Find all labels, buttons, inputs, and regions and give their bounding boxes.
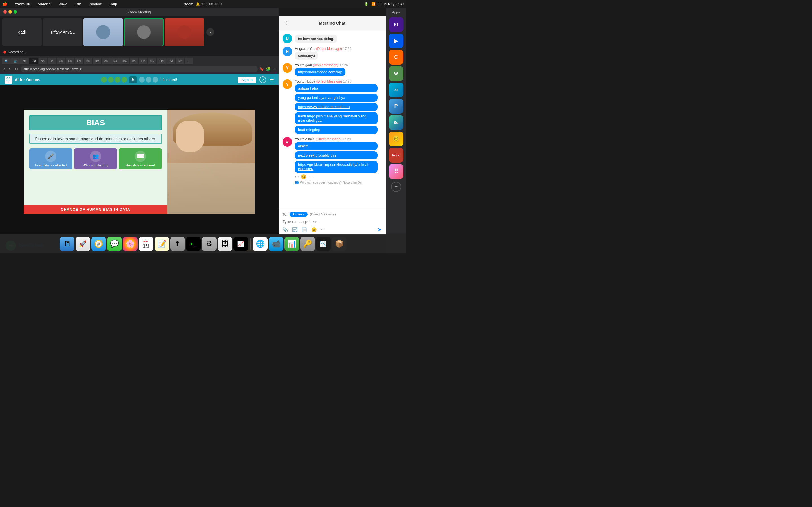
gif-icon[interactable]: 🔄 (292, 227, 298, 232)
browser-tab-pm[interactable]: PM (166, 58, 175, 64)
dock-zoom[interactable]: 📹 (269, 237, 283, 251)
add-icon: + (395, 184, 398, 190)
app-name[interactable]: zoom.us (13, 1, 32, 7)
dock-settings[interactable]: ⚙ (202, 237, 216, 251)
chat-to-row: To: Aimee ▾ (Direct Message) (283, 212, 382, 217)
bookmark-icon[interactable]: 🔖 (259, 67, 264, 71)
emoji-icon[interactable]: 😊 (311, 227, 317, 232)
app-emoji[interactable]: 😊 (389, 131, 403, 146)
send-btn[interactable]: ➤ (377, 226, 382, 233)
browser-tab-1[interactable]: 🌊 (2, 58, 11, 64)
dock-launchpad[interactable]: 🚀 (75, 237, 90, 251)
keychain-icon: 🔑 (303, 239, 312, 248)
chat-collapse-btn[interactable]: 〈 (283, 20, 288, 26)
browser-tab-2[interactable]: 📺 (11, 58, 20, 64)
dock-activity[interactable]: 📉 (316, 237, 331, 251)
react-more[interactable]: ··· (309, 174, 312, 179)
app-arrow[interactable]: ▶ (389, 34, 403, 48)
dock-migration[interactable]: ⬆ (170, 237, 185, 251)
link-hourof[interactable]: https://hourofcode.com/flap (298, 70, 342, 74)
browser-tab-no2[interactable]: No (111, 58, 119, 64)
apps-label: Apps (392, 11, 400, 14)
dock-numbers[interactable]: 📊 (285, 237, 299, 251)
dock-preview[interactable]: 🖼 (218, 237, 232, 251)
browser-tab-htt[interactable]: htt (20, 58, 29, 64)
react-emoji[interactable]: 😊 (301, 174, 306, 179)
browser-tab-da[interactable]: Da (48, 58, 56, 64)
attach-icon[interactable]: 📎 (283, 227, 288, 232)
browser-tab-un[interactable]: UN (148, 58, 156, 64)
file-icon[interactable]: 📄 (302, 227, 307, 232)
close-window-btn[interactable] (3, 10, 7, 13)
browser-tab-sto[interactable]: Sto (29, 58, 38, 64)
menu-meeting[interactable]: Meeting (36, 1, 52, 7)
react-reply[interactable]: ↩ (295, 174, 299, 179)
chat-input[interactable] (283, 219, 382, 224)
to-recipient-badge[interactable]: Aimee ▾ (290, 212, 308, 217)
address-bar[interactable]: studio.code.org/s/oceans/lessons/1/level… (21, 66, 258, 72)
browser-tab-fin[interactable]: Fin (139, 58, 147, 64)
dock-messages[interactable]: 💬 (107, 237, 122, 251)
app-kahoot[interactable]: K! (389, 17, 403, 32)
migration-icon: ⬆ (174, 239, 181, 248)
app-orange[interactable]: C (389, 50, 403, 64)
menu-view[interactable]: View (57, 1, 68, 7)
sign-in-btn[interactable]: Sign in (238, 76, 256, 83)
browser-tab-for[interactable]: For (75, 58, 84, 64)
browser-tab-bd[interactable]: BD (84, 58, 93, 64)
menu-window[interactable]: Window (87, 1, 103, 7)
app-prezi[interactable]: P (389, 99, 403, 114)
app-dots[interactable]: ⠿ (389, 164, 403, 179)
video-scroll-btn[interactable]: › (206, 28, 214, 36)
app-ai[interactable]: AI (389, 82, 403, 97)
dock-extra[interactable]: 📦 (332, 237, 347, 251)
dock-stocks[interactable]: 📈 (234, 237, 248, 251)
browser-tab-go2[interactable]: Go (66, 58, 74, 64)
video-tile-gadi[interactable]: gadi (2, 18, 42, 46)
dock-finder[interactable]: 🖥 (60, 237, 74, 251)
browser-tab-as[interactable]: As (102, 58, 110, 64)
more-icon[interactable]: ⋯ (272, 67, 276, 71)
apps-add-btn[interactable]: + (391, 182, 401, 192)
dock-chrome[interactable]: 🌐 (253, 237, 267, 251)
to-5: to Aimee (302, 137, 316, 141)
extensions-icon[interactable]: 🧩 (266, 67, 271, 71)
menubar-user: 🔔 Maghrib -0:10 (196, 2, 221, 6)
browser-tab-fre[interactable]: Fre (157, 58, 166, 64)
menu-btn[interactable]: ☰ (269, 76, 274, 83)
numbers-icon: 📊 (287, 239, 296, 248)
browser-tab-str[interactable]: Str (175, 58, 184, 64)
menu-help[interactable]: Help (108, 1, 119, 7)
menu-edit[interactable]: Edit (73, 1, 82, 7)
dock-photos[interactable]: 🌸 (123, 237, 138, 251)
video-tile-4[interactable] (124, 18, 163, 46)
video-tile-5[interactable] (165, 18, 204, 46)
browser-tab-ibc[interactable]: IBC (120, 58, 130, 64)
minimize-window-btn[interactable] (8, 10, 12, 13)
help-btn[interactable]: ? (259, 76, 266, 83)
msg-header-5: You to Aimee (Direct Message) 17.29 (295, 137, 382, 141)
dock-keychain[interactable]: 🔑 (300, 237, 315, 251)
browser-tab-uts[interactable]: uts (93, 58, 101, 64)
app-wordle[interactable]: W (389, 66, 403, 81)
dock-safari[interactable]: 🧭 (91, 237, 106, 251)
browser-tab-no[interactable]: No (39, 58, 47, 64)
back-btn[interactable]: ‹ (2, 66, 6, 72)
dock-notes[interactable]: 📝 (154, 237, 169, 251)
maximize-window-btn[interactable] (13, 10, 17, 13)
app-twine[interactable]: twine (389, 148, 403, 163)
link-sololearn[interactable]: https://www.sololearn.com/learn (298, 105, 350, 109)
reload-btn[interactable]: ↻ (13, 66, 19, 72)
link-groklearning[interactable]: https://groklearning.com/hoc/activity/an… (298, 163, 369, 171)
forward-btn[interactable]: › (8, 66, 11, 72)
add-tab-btn[interactable]: + (185, 58, 193, 64)
app-sesh[interactable]: Se (389, 115, 403, 130)
more-tools-icon[interactable]: ··· (321, 227, 324, 232)
browser-tab-go1[interactable]: Go (57, 58, 65, 64)
browser-tab-ba[interactable]: Ba (130, 58, 139, 64)
dock-terminal[interactable]: >_ (186, 237, 201, 251)
video-tile-tiffany[interactable]: Tiffany Ariya... (43, 18, 82, 46)
apple-menu[interactable]: 🍎 (2, 1, 8, 6)
dock-calendar[interactable]: MAY 19 (139, 237, 153, 251)
video-tile-3[interactable] (84, 18, 123, 46)
